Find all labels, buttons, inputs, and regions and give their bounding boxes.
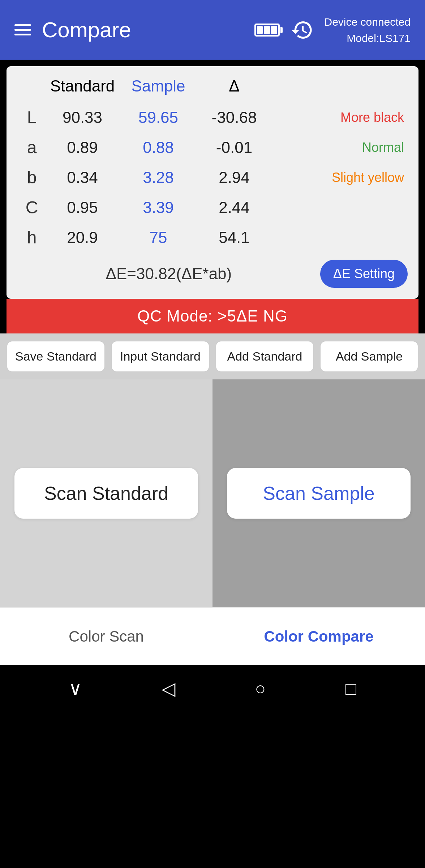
- nav-color-compare[interactable]: Color Compare: [212, 621, 425, 652]
- header-status-spacer: [270, 77, 408, 95]
- android-recent-button[interactable]: □: [345, 678, 356, 699]
- nav-color-scan[interactable]: Color Scan: [0, 621, 212, 652]
- device-info: Device connected Model:LS171: [325, 14, 411, 46]
- row-delta-b: 2.94: [198, 169, 270, 187]
- scan-standard-section: Scan Standard: [0, 379, 212, 607]
- scan-sections: Scan Standard Scan Sample: [0, 379, 425, 607]
- row-label-h: h: [17, 227, 46, 247]
- delta-e-setting-button[interactable]: ΔE Setting: [320, 260, 408, 288]
- row-sample-b: 3.28: [119, 169, 198, 187]
- input-standard-button[interactable]: Input Standard: [111, 341, 210, 372]
- row-standard-b: 0.34: [46, 169, 119, 187]
- row-standard-a: 0.89: [46, 139, 119, 157]
- row-delta-h: 54.1: [198, 229, 270, 247]
- header-sample: Sample: [119, 77, 198, 95]
- delta-e-row: ΔE=30.82(ΔE*ab) ΔE Setting: [14, 260, 411, 288]
- row-label-b: b: [17, 167, 46, 187]
- row-standard-h: 20.9: [46, 229, 119, 247]
- android-nav-bar: ∨ ◁ ○ □: [0, 665, 425, 712]
- row-label-C: C: [17, 197, 46, 217]
- row-standard-L: 90.33: [46, 109, 119, 127]
- qc-mode-banner: QC Mode: >5ΔE NG: [7, 299, 418, 333]
- scan-standard-button[interactable]: Scan Standard: [14, 468, 198, 519]
- table-row: C 0.95 3.39 2.44: [14, 192, 411, 222]
- table-row: h 20.9 75 54.1: [14, 222, 411, 252]
- table-header: Standard Sample Δ: [14, 77, 411, 95]
- row-status-b: Slight yellow: [270, 170, 408, 185]
- row-label-L: L: [17, 107, 46, 127]
- action-buttons-row: Save Standard Input Standard Add Standar…: [0, 333, 425, 379]
- table-row: b 0.34 3.28 2.94 Slight yellow: [14, 162, 411, 192]
- header-delta: Δ: [198, 77, 270, 95]
- add-standard-button[interactable]: Add Standard: [215, 341, 314, 372]
- scan-sample-section: Scan Sample: [212, 379, 425, 607]
- table-row: L 90.33 59.65 -30.68 More black: [14, 102, 411, 132]
- row-delta-L: -30.68: [198, 109, 270, 127]
- android-home-button[interactable]: ○: [255, 678, 266, 699]
- row-sample-L: 59.65: [119, 109, 198, 127]
- app-header: Compare Device connected Model:LS171: [0, 0, 425, 60]
- save-standard-button[interactable]: Save Standard: [7, 341, 105, 372]
- header-standard: Standard: [46, 77, 119, 95]
- history-icon[interactable]: [291, 18, 314, 42]
- row-sample-a: 0.88: [119, 139, 198, 157]
- row-standard-C: 0.95: [46, 199, 119, 217]
- battery-icon: [254, 24, 280, 37]
- menu-icon[interactable]: [14, 24, 31, 35]
- android-down-button[interactable]: ∨: [69, 678, 82, 699]
- row-delta-C: 2.44: [198, 199, 270, 217]
- row-sample-h: 75: [119, 229, 198, 247]
- row-status-a: Normal: [270, 140, 408, 155]
- row-sample-C: 3.39: [119, 199, 198, 217]
- header-spacer: [17, 77, 46, 95]
- add-sample-button[interactable]: Add Sample: [320, 341, 418, 372]
- qc-banner-text: QC Mode: >5ΔE NG: [137, 307, 288, 325]
- header-right: Device connected Model:LS171: [254, 14, 411, 46]
- delta-e-value: ΔE=30.82(ΔE*ab): [17, 265, 320, 283]
- row-label-a: a: [17, 137, 46, 157]
- row-status-L: More black: [270, 110, 408, 125]
- android-back-button[interactable]: ◁: [162, 678, 175, 699]
- row-delta-a: -0.01: [198, 139, 270, 157]
- table-row: a 0.89 0.88 -0.01 Normal: [14, 132, 411, 162]
- scan-sample-button[interactable]: Scan Sample: [227, 468, 411, 519]
- page-title: Compare: [42, 17, 244, 42]
- bottom-navigation: Color Scan Color Compare: [0, 607, 425, 665]
- data-table: Standard Sample Δ L 90.33 59.65 -30.68 M…: [7, 66, 418, 299]
